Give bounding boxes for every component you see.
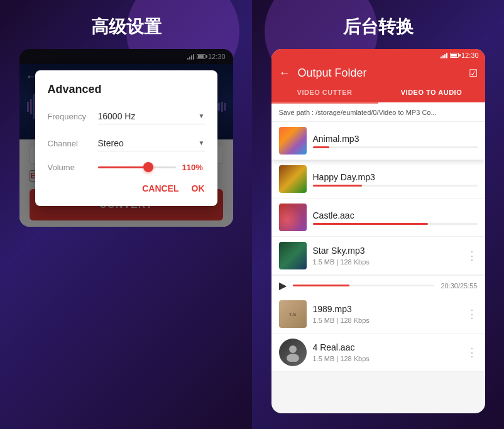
dialog-actions: CANCEL OK: [48, 183, 205, 193]
frequency-arrow: ▼: [199, 112, 205, 119]
right-header-title: Output Folder: [298, 67, 461, 80]
file-info-animal: Animal.mp3 10%: [313, 134, 478, 148]
progress-fill-animal: [313, 146, 329, 148]
left-panel-title: 高级设置: [91, 15, 162, 39]
file-name-animal: Animal.mp3: [313, 134, 478, 144]
file-list: Animal.mp3 10% Happy Day.mp3 30%: [271, 122, 485, 372]
play-progress-track[interactable]: [293, 285, 435, 286]
thumb-starsky: [279, 242, 307, 269]
dialog-title: Advanced: [48, 83, 205, 96]
thumb-1989: T.S: [279, 300, 307, 328]
volume-slider-container: 110%: [98, 163, 205, 172]
more-icon-4real[interactable]: ⋮: [466, 345, 478, 359]
right-panel-title: 后台转换: [343, 15, 414, 39]
file-name-1989: 1989.mp3: [313, 304, 460, 314]
file-meta-1989: 1.5 MB | 128 Kbps: [313, 317, 460, 324]
file-info-starsky: Star Sky.mp3 1.5 MB | 128 Kbps: [313, 246, 460, 266]
tab-video-to-audio[interactable]: VIDEO TO AUDIO: [378, 82, 485, 102]
right-battery-icon: [450, 53, 459, 58]
thumb-animal: [279, 127, 307, 155]
file-info-happyday: Happy Day.mp3 30%: [313, 172, 478, 187]
channel-arrow: ▼: [199, 139, 205, 146]
file-name-happyday: Happy Day.mp3: [313, 172, 478, 182]
file-info-castle: Castle.aac 70%: [313, 210, 478, 225]
check-icon[interactable]: ☑: [469, 67, 478, 79]
frequency-label: Frequency: [48, 112, 98, 121]
right-statusbar: 12:30: [271, 49, 485, 62]
thumb-happyday: [279, 165, 307, 193]
volume-label: Volume: [48, 163, 98, 172]
volume-slider-track[interactable]: [98, 166, 176, 168]
progress-bar-castle: 70%: [313, 223, 478, 225]
thumb-castle: [279, 204, 307, 231]
phone-header-right: 12:30 ← Output Folder ☑ VIDEO CUTTER VID…: [271, 49, 485, 104]
file-name-4real: 4 Real.aac: [313, 342, 460, 352]
advanced-dialog: Advanced Frequency 16000 Hz ▼ Channel St…: [35, 70, 217, 206]
file-meta-4real: 1.5 MB | 128 Kbps: [313, 355, 460, 362]
file-item-4real[interactable]: 4 Real.aac 1.5 MB | 128 Kbps ⋮: [271, 334, 485, 372]
dialog-overlay: Advanced Frequency 16000 Hz ▼ Channel St…: [19, 49, 233, 227]
file-info-1989: 1989.mp3 1.5 MB | 128 Kbps: [313, 304, 460, 324]
progress-fill-castle: [313, 223, 428, 225]
file-item-1989[interactable]: T.S 1989.mp3 1.5 MB | 128 Kbps ⋮: [271, 295, 485, 334]
right-signal-icon: [441, 52, 447, 58]
right-time: 12:30: [461, 52, 479, 59]
play-row: ▶ 20:30/25:55: [271, 275, 485, 295]
cancel-button[interactable]: CANCEL: [142, 183, 178, 193]
volume-row: Volume 110%: [48, 163, 205, 172]
progress-bar-happyday: 30%: [313, 185, 478, 187]
play-time: 20:30/25:55: [441, 282, 477, 290]
file-meta-starsky: 1.5 MB | 128 Kbps: [313, 258, 460, 266]
phone-left: 12:30 ←: [19, 49, 233, 227]
phone-right: 12:30 ← Output Folder ☑ VIDEO CUTTER VID…: [271, 49, 485, 413]
channel-label: Channel: [48, 139, 98, 148]
channel-row: Channel Stereo ▼: [48, 136, 205, 151]
volume-slider-fill: [98, 166, 149, 168]
left-panel: 高级设置 12:30 ←: [0, 0, 252, 429]
channel-select[interactable]: Stereo ▼: [98, 136, 205, 151]
frequency-select[interactable]: 16000 Hz ▼: [98, 109, 205, 124]
save-path: Save path : /storage/eumlated/0/Video to…: [271, 104, 485, 122]
svg-point-64: [287, 354, 299, 362]
thumb-4real: [279, 339, 307, 366]
channel-value: Stereo: [98, 138, 124, 148]
svg-point-63: [289, 345, 297, 353]
file-info-4real: 4 Real.aac 1.5 MB | 128 Kbps: [313, 342, 460, 362]
play-progress-fill: [293, 285, 349, 286]
file-name-starsky: Star Sky.mp3: [313, 246, 460, 256]
file-item-starsky[interactable]: Star Sky.mp3 1.5 MB | 128 Kbps ⋮: [271, 237, 485, 275]
tabs-row: VIDEO CUTTER VIDEO TO AUDIO: [271, 82, 485, 104]
file-name-castle: Castle.aac: [313, 210, 478, 220]
ok-button[interactable]: OK: [192, 183, 205, 193]
more-icon-starsky[interactable]: ⋮: [466, 249, 478, 263]
more-icon-1989[interactable]: ⋮: [466, 307, 478, 321]
progress-bar-animal: 10%: [313, 146, 478, 148]
right-back-arrow[interactable]: ←: [279, 67, 290, 80]
person-icon: [283, 343, 302, 362]
file-item-happyday[interactable]: Happy Day.mp3 30%: [271, 160, 485, 198]
right-panel: 后台转换 12:30 ← Output Folder ☑: [252, 0, 504, 429]
frequency-row: Frequency 16000 Hz ▼: [48, 109, 205, 124]
file-item-castle[interactable]: Castle.aac 70%: [271, 198, 485, 237]
file-item-animal[interactable]: Animal.mp3 10%: [271, 122, 485, 160]
header-title-row: ← Output Folder ☑: [271, 62, 485, 82]
volume-slider-thumb[interactable]: [143, 162, 153, 172]
play-button[interactable]: ▶: [279, 280, 287, 291]
progress-fill-happyday: [313, 185, 363, 187]
tab-video-cutter[interactable]: VIDEO CUTTER: [271, 82, 378, 102]
frequency-value: 16000 Hz: [98, 111, 136, 121]
volume-value: 110%: [182, 163, 205, 172]
